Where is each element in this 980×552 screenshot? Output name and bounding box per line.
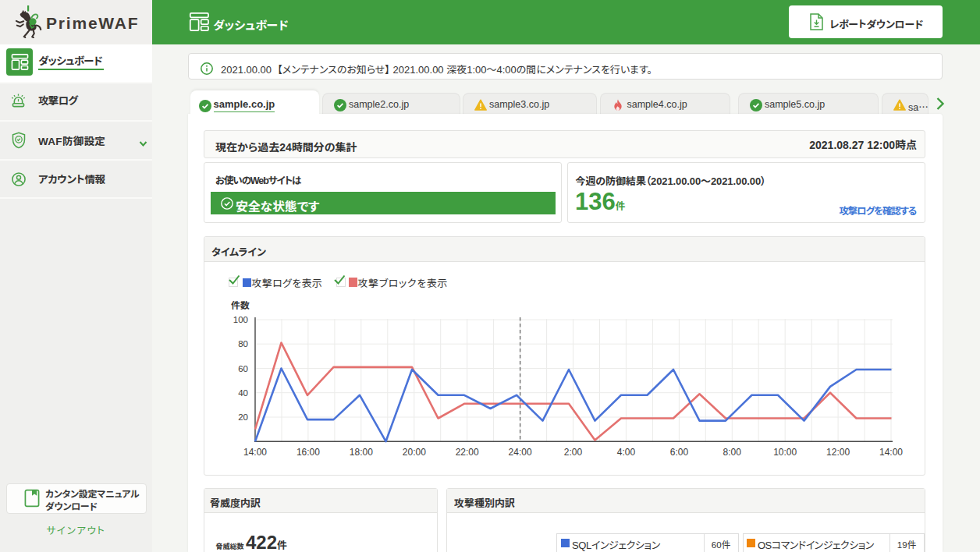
svg-text:20:00: 20:00: [403, 447, 426, 458]
svg-text:18:00: 18:00: [350, 447, 373, 458]
svg-text:4:00: 4:00: [617, 447, 636, 458]
svg-text:12:00: 12:00: [826, 447, 850, 458]
svg-text:14:00: 14:00: [879, 447, 903, 458]
svg-text:16:00: 16:00: [296, 447, 320, 458]
svg-text:40: 40: [238, 388, 248, 398]
svg-text:2:00: 2:00: [564, 447, 583, 458]
svg-text:80: 80: [238, 339, 248, 349]
svg-text:10:00: 10:00: [773, 447, 797, 458]
svg-text:100: 100: [233, 315, 248, 324]
svg-text:20: 20: [238, 412, 248, 422]
svg-text:24:00: 24:00: [509, 447, 532, 458]
svg-text:6:00: 6:00: [670, 447, 689, 458]
svg-text:14:00: 14:00: [243, 447, 267, 458]
svg-text:60: 60: [238, 364, 248, 373]
svg-text:22:00: 22:00: [456, 447, 479, 458]
svg-text:8:00: 8:00: [723, 447, 742, 458]
